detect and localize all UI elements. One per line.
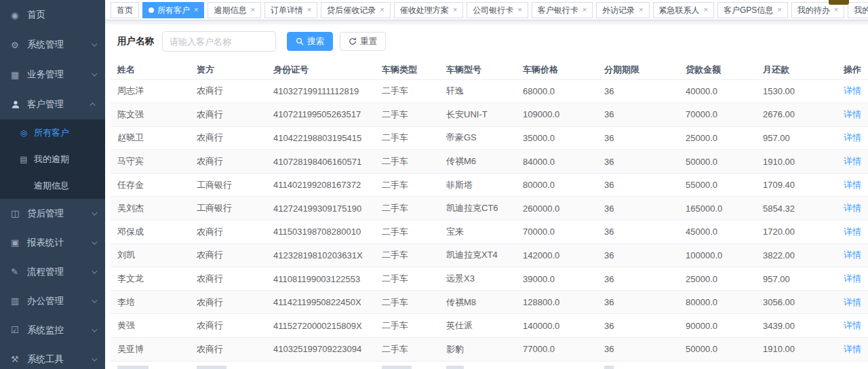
sidebar-item-system[interactable]: ⚙系统管理 <box>0 30 105 60</box>
table-cell: 70000.0 <box>516 220 597 244</box>
tab-紧急联系人[interactable]: 紧急联系人× <box>653 2 714 18</box>
sidebar-subitem-all-customers[interactable]: ◎所有客户 <box>0 119 105 146</box>
chevron-down-icon <box>92 41 97 46</box>
table-cell: 410721199505263517 <box>267 103 375 127</box>
detail-link[interactable]: 详情 <box>844 227 861 237</box>
sidebar-subitem-my-overdue[interactable]: ▤我的逾期 <box>0 146 105 172</box>
detail-link[interactable]: 详情 <box>844 180 861 190</box>
tab-订单详情[interactable]: 订单详情× <box>264 2 317 18</box>
tab-客户银行卡[interactable]: 客户银行卡× <box>532 2 593 18</box>
tab-close-icon[interactable]: × <box>704 6 708 14</box>
table-cell: 菲斯塔 <box>439 173 516 197</box>
sidebar-subitem-overdue-info[interactable]: 逾期信息 <box>0 172 105 199</box>
table-cell: 李培 <box>111 290 190 314</box>
tab-逾期信息[interactable]: 逾期信息× <box>208 2 260 18</box>
tab-close-icon[interactable]: × <box>517 6 521 14</box>
search-button[interactable]: 搜索 <box>287 32 333 51</box>
clipped-text-fragment <box>197 366 226 369</box>
sidebar-item-label: 系统监控 <box>27 324 64 336</box>
tab-close-icon[interactable]: × <box>194 6 198 14</box>
table-cell: 36 <box>597 79 679 103</box>
sidebar-item-monitor[interactable]: ☑系统监控 <box>0 315 105 345</box>
tab-close-icon[interactable]: × <box>250 6 254 14</box>
tab-close-icon[interactable]: × <box>453 6 457 14</box>
reset-button[interactable]: 重置 <box>340 32 386 51</box>
tab-催收处理方案[interactable]: 催收处理方案× <box>394 2 463 18</box>
table-cell: 410325199709223094 <box>267 338 375 362</box>
sidebar-subitem-label: 逾期信息 <box>34 180 69 192</box>
table-cell: 80000.0 <box>679 290 756 314</box>
tab-close-icon[interactable]: × <box>777 6 781 14</box>
detail-link[interactable]: 详情 <box>844 203 861 213</box>
sidebar-item-customer[interactable]: 客户管理 <box>0 90 105 119</box>
tab-公司银行卡[interactable]: 公司银行卡× <box>467 2 528 18</box>
tab-外访记录[interactable]: 外访记录× <box>596 2 649 18</box>
table-cell: 周志洋 <box>111 79 190 103</box>
detail-link[interactable]: 详情 <box>844 156 861 166</box>
detail-link[interactable]: 详情 <box>844 132 861 142</box>
detail-link[interactable]: 详情 <box>844 85 861 96</box>
sidebar-item-tools[interactable]: ⚒系统工具 <box>0 345 105 369</box>
table-cell: 凯迪拉克XT4 <box>439 244 516 267</box>
table-cell: 55000.0 <box>679 173 756 197</box>
sidebar-item-process[interactable]: ✎流程管理 <box>0 257 105 286</box>
tab-首页[interactable]: 首页 <box>111 2 139 18</box>
table-cell: 77000.0 <box>516 338 597 362</box>
table-cell: 41142119950822450X <box>267 290 375 314</box>
table-cell: 36 <box>597 126 679 150</box>
sidebar-item-label: 业务管理 <box>27 69 64 81</box>
table-row-partial <box>111 361 868 369</box>
table-row: 李文龙农商行411081199003122553二手车远景X339000.036… <box>111 267 868 291</box>
tab-close-icon[interactable]: × <box>583 6 587 14</box>
column-header: 贷款金额 <box>679 60 756 79</box>
sidebar-item-label: 首页 <box>27 9 45 21</box>
tab-贷后催收记录[interactable]: 贷后催收记录× <box>321 2 390 18</box>
table-cell: 411402199208167372 <box>267 173 375 197</box>
sidebar-item-business[interactable]: ▦业务管理 <box>0 60 105 90</box>
table-cell <box>267 361 375 369</box>
column-header: 月还款 <box>756 60 837 79</box>
table-cell: 39000.0 <box>516 267 597 291</box>
detail-link[interactable]: 详情 <box>844 320 861 330</box>
table-cell: 二手车 <box>375 126 439 150</box>
column-header: 车辆价格 <box>516 60 597 79</box>
customers-table: 姓名资方身份证号车辆类型车辆型号车辆价格分期期限贷款金额月还款操作 周志洋农商行… <box>111 60 868 369</box>
table-cell <box>756 361 837 369</box>
grid-icon: ▦ <box>11 70 21 80</box>
tab-close-icon[interactable]: × <box>307 6 311 14</box>
sidebar-item-office[interactable]: ▥办公管理 <box>0 286 105 315</box>
tab-close-icon[interactable]: × <box>834 6 838 14</box>
sidebar-item-label: 客户管理 <box>27 98 64 111</box>
tabs-bar: 首页所有客户×逾期信息×订单详情×贷后催收记录×催收处理方案×公司银行卡×客户银… <box>105 0 868 20</box>
tab-close-icon[interactable]: × <box>639 6 643 14</box>
table-body: 周志洋农商行410327199111112819二手车轩逸68000.03640… <box>111 79 868 369</box>
table-cell: 二手车 <box>375 290 439 314</box>
sidebar-item-post-loan[interactable]: ◫贷后管理 <box>0 199 105 228</box>
detail-link[interactable]: 详情 <box>844 109 861 119</box>
table-cell: 农商行 <box>190 103 267 127</box>
column-header: 资方 <box>190 60 267 79</box>
detail-link[interactable]: 详情 <box>844 344 861 354</box>
sidebar-item-home[interactable]: ◉首页 <box>0 0 105 30</box>
detail-link[interactable]: 详情 <box>844 250 861 260</box>
tab-客户GPS信息[interactable]: 客户GPS信息× <box>717 2 788 18</box>
table-cell: 165000.0 <box>679 197 756 220</box>
table-cell: 412724199309175190 <box>267 197 375 220</box>
customer-name-input[interactable] <box>162 31 276 52</box>
table-cell: 25000.0 <box>679 126 756 150</box>
sidebar-item-report[interactable]: ▣报表统计 <box>0 228 105 257</box>
table-cell: 农商行 <box>190 244 267 267</box>
tab-label: 逾期信息 <box>214 3 246 18</box>
table-cell: 宝来 <box>439 220 516 244</box>
tab-active-所有客户[interactable]: 所有客户× <box>142 2 204 18</box>
detail-link[interactable]: 详情 <box>844 273 861 284</box>
table-cell: 农商行 <box>190 79 267 103</box>
tab-我的流程[interactable]: 我的流程× <box>848 2 868 18</box>
table-cell: 二手车 <box>375 197 439 220</box>
tab-label: 首页 <box>117 3 133 18</box>
table-row: 吴亚博农商行410325199709223094二手车影豹77000.03650… <box>111 338 868 362</box>
table-header-row: 姓名资方身份证号车辆类型车辆型号车辆价格分期期限贷款金额月还款操作 <box>111 60 868 79</box>
detail-link[interactable]: 详情 <box>844 297 861 307</box>
sidebar-item-label: 系统工具 <box>27 353 64 366</box>
tab-close-icon[interactable]: × <box>380 6 384 14</box>
